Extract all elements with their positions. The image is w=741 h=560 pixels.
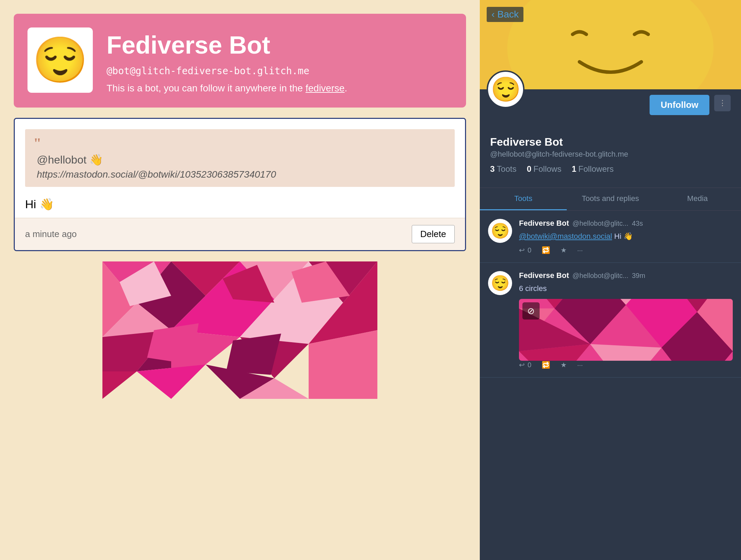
fav-action[interactable]: ★ [561, 361, 567, 369]
followers-count: 1 [572, 164, 576, 174]
toot-avatar: 😌 [488, 219, 512, 243]
right-stats: 3 Toots 0 Follows 1 Followers [490, 164, 731, 174]
right-avatar-emoji: 😌 [491, 75, 521, 103]
toot-body: Fediverse Bot @hellobot@glitc... 39m 6 c… [519, 271, 733, 369]
toot-name: Fediverse Bot [519, 219, 569, 228]
reply-icon: ↩ [519, 361, 525, 369]
toot-time: 39m [632, 272, 645, 280]
profile-info: Fediverse Bot @bot@glitch-fediverse-bot.… [107, 27, 347, 94]
fediverse-link[interactable]: fediverse [306, 83, 345, 93]
toot-text: @botwiki@mastodon.social Hi 👋 [519, 231, 733, 242]
reply-count: 0 [528, 246, 531, 254]
reply-action[interactable]: ↩ 0 [519, 361, 531, 369]
post-footer: a minute ago Delete [15, 218, 465, 250]
retweet-icon: 🔁 [542, 246, 550, 254]
reply-action[interactable]: ↩ 0 [519, 246, 531, 254]
more-action[interactable]: ··· [577, 361, 583, 369]
toots-feed: 😌 Fediverse Bot @hellobot@glitc... 43s @… [480, 211, 741, 560]
post-content: Hi 👋 [15, 194, 465, 218]
post-quote: " @hellobot 👋 https://mastodon.social/@b… [25, 129, 455, 187]
quote-mention: @hellobot 👋 [33, 153, 446, 166]
quote-mark: " [33, 136, 446, 150]
toots-label: Toots [497, 164, 516, 174]
more-action[interactable]: ··· [577, 246, 583, 254]
toots-count: 3 [490, 164, 495, 174]
profile-name: Fediverse Bot [107, 31, 347, 59]
more-button[interactable]: ⋮ [714, 95, 731, 111]
profile-avatar: 😌 [27, 27, 93, 93]
svg-point-25 [507, 0, 714, 89]
bio-text-suffix: . [345, 83, 347, 93]
more-icon: ··· [577, 361, 583, 369]
retweet-action[interactable]: 🔁 [542, 246, 550, 254]
right-avatar: 😌 [487, 70, 524, 108]
reply-count: 0 [528, 361, 531, 369]
toot-handle: @hellobot@glitc... [573, 220, 629, 227]
toot-header: Fediverse Bot @hellobot@glitc... 43s [519, 219, 733, 228]
toot-actions: ↩ 0 🔁 ★ ··· [519, 361, 733, 369]
media-overlay-icon: ⊘ [522, 302, 540, 320]
right-tabs: Toots Toots and replies Media [480, 188, 741, 211]
unfollow-button[interactable]: Unfollow [650, 95, 709, 115]
toot-actions: ↩ 0 🔁 ★ ··· [519, 246, 733, 254]
retweet-action[interactable]: 🔁 [542, 361, 550, 369]
post-time: a minute ago [25, 229, 77, 239]
toot-body: Fediverse Bot @hellobot@glitc... 43s @bo… [519, 219, 733, 254]
post-card: " @hellobot 👋 https://mastodon.social/@b… [14, 118, 466, 251]
tab-toots-replies[interactable]: Toots and replies [567, 188, 654, 210]
more-icon: ··· [577, 246, 583, 254]
fav-icon: ★ [561, 361, 567, 369]
stat-toots: 3 Toots [490, 164, 517, 174]
profile-handle: @bot@glitch-fediverse-bot.glitch.me [107, 65, 347, 77]
stat-follows: 0 Follows [527, 164, 562, 174]
right-profile-section: 😌 Unfollow ⋮ Fediverse Bot @hellobot@gli… [480, 89, 741, 188]
toot-media[interactable]: ⊘ [519, 299, 733, 361]
toot-time: 43s [632, 220, 643, 227]
stat-followers: 1 Followers [572, 164, 613, 174]
toot-header: Fediverse Bot @hellobot@glitc... 39m [519, 271, 733, 280]
quote-link: https://mastodon.social/@botwiki/1035230… [33, 169, 446, 180]
svg-marker-14 [102, 371, 137, 399]
profile-bio: This is a bot, you can follow it anywher… [107, 83, 347, 94]
right-name: Fediverse Bot [490, 136, 731, 148]
fav-icon: ★ [561, 246, 567, 254]
follows-count: 0 [527, 164, 531, 174]
retweet-icon: 🔁 [542, 361, 550, 369]
follows-label: Follows [533, 164, 561, 174]
right-handle: @hellobot@glitch-fediverse-bot.glitch.me [490, 150, 731, 159]
geo-image [14, 261, 466, 399]
delete-button[interactable]: Delete [412, 225, 455, 243]
left-panel: 😌 Fediverse Bot @bot@glitch-fediverse-bo… [0, 0, 480, 560]
right-profile-actions: Unfollow ⋮ [490, 89, 731, 115]
toot-avatar: 😌 [488, 271, 512, 295]
back-link[interactable]: Back [487, 7, 523, 22]
tab-media[interactable]: Media [654, 188, 741, 210]
tab-toots[interactable]: Toots [480, 188, 567, 210]
followers-label: Followers [578, 164, 614, 174]
toot-item: 😌 Fediverse Bot @hellobot@glitc... 39m 6… [480, 263, 741, 378]
toot-text: 6 circles [519, 283, 733, 294]
profile-header: 😌 Fediverse Bot @bot@glitch-fediverse-bo… [14, 14, 466, 108]
toot-item: 😌 Fediverse Bot @hellobot@glitc... 43s @… [480, 211, 741, 263]
bio-text-prefix: This is a bot, you can follow it anywher… [107, 83, 306, 93]
toot-name: Fediverse Bot [519, 271, 569, 280]
right-panel: Back 😌 Unfollow ⋮ Fediverse Bot @hellobo… [480, 0, 741, 560]
reply-icon: ↩ [519, 246, 525, 254]
toot-mention[interactable]: @botwiki@mastodon.social [519, 232, 612, 240]
avatar-emoji: 😌 [32, 34, 88, 86]
toot-handle: @hellobot@glitc... [573, 272, 629, 280]
fav-action[interactable]: ★ [561, 246, 567, 254]
